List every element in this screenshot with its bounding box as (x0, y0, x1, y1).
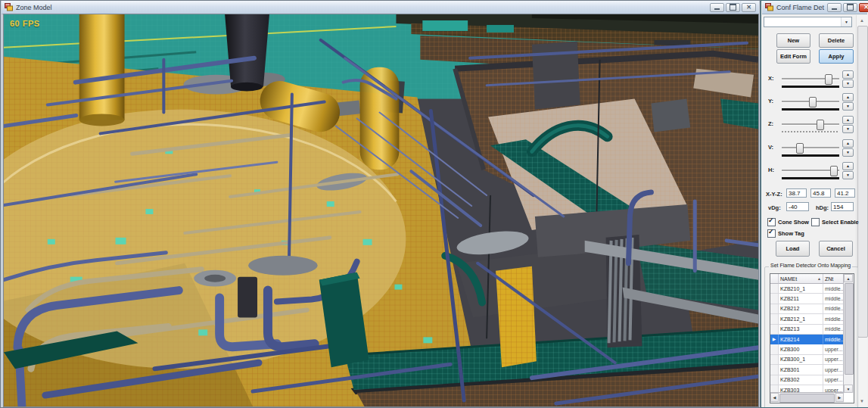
name-cell: KZB300 (779, 344, 823, 354)
conf-close-button[interactable]: ✕ (859, 3, 868, 12)
table-horizontal-scrollbar[interactable]: ◀ ▶ (770, 392, 844, 403)
table-row[interactable]: ▶ KZB302 upper... (770, 375, 844, 385)
3d-viewport[interactable]: 60 FPS (3, 14, 759, 407)
scroll-left-icon[interactable]: ◀ (770, 393, 779, 402)
table-row[interactable]: ▶ KZB301 upper... (770, 365, 844, 375)
zone-maximize-button[interactable] (726, 3, 740, 12)
table-scrollbar-thumb[interactable] (845, 283, 854, 375)
name-column-header[interactable]: NAMEt ▲ (779, 274, 823, 284)
table-row[interactable]: ▶ KZB300_1 upper... (770, 355, 844, 365)
vdg-field[interactable] (786, 202, 809, 211)
table-row[interactable]: ▶ KZB211 middle... (770, 294, 844, 304)
slider-underline (782, 86, 839, 88)
checkbox-icon[interactable]: ✓ (811, 218, 820, 226)
scroll-right-icon[interactable]: ▶ (835, 393, 844, 402)
zone-model-app-icon (5, 3, 13, 11)
slider-row-v: V: ▲ ▼ (761, 143, 868, 164)
spin-up-icon[interactable]: ▲ (842, 70, 854, 79)
y-field[interactable] (810, 188, 831, 198)
row-indicator-cell: ▶ (770, 335, 779, 344)
mapping-group-title: Set Flame Detector Onto Mapping (769, 263, 852, 268)
slider-v[interactable] (782, 143, 839, 152)
row-indicator-cell: ▶ (770, 375, 779, 385)
zone-cell: middle... (823, 335, 844, 344)
slider-label-v: V: (768, 144, 773, 151)
z-field[interactable] (835, 188, 855, 198)
spin-down-icon[interactable]: ▼ (842, 148, 854, 157)
current-row-icon: ▶ (773, 337, 776, 341)
zone-cell: upper... (823, 375, 844, 385)
maximize-icon (847, 4, 854, 11)
hdg-field[interactable] (831, 202, 854, 211)
zone-close-button[interactable]: ✕ (742, 3, 756, 12)
spin-up-icon[interactable]: ▲ (842, 116, 854, 124)
table-row[interactable]: ▶ KZB212 middle... (770, 304, 844, 314)
slider-row-x: X: ▲ ▼ (761, 74, 868, 95)
table-hscrollbar-thumb[interactable] (779, 394, 835, 403)
new-button[interactable]: New (776, 33, 810, 48)
spin-down-icon[interactable]: ▼ (842, 171, 854, 179)
spin-down-icon[interactable]: ▼ (842, 79, 854, 88)
zone-cell: middle... (823, 314, 844, 324)
detector-combobox[interactable]: ▼ (764, 17, 852, 27)
spin-down-icon[interactable]: ▼ (842, 102, 854, 111)
spinner-y: ▲ ▼ (842, 93, 854, 111)
slider-z[interactable] (782, 120, 839, 129)
slider-h[interactable] (782, 166, 839, 175)
select-enable-checkbox[interactable]: ✓ Select Enable (811, 218, 859, 226)
table-row[interactable]: ▶ KZB212_1 middle... (770, 314, 844, 324)
edit-form-button[interactable]: Edit Form (776, 49, 810, 64)
spinner-h: ▲ ▼ (842, 162, 854, 179)
slider-handle[interactable] (809, 97, 817, 107)
zone-column-header[interactable]: ZNt (823, 274, 844, 284)
slider-handle[interactable] (830, 166, 838, 176)
show-tag-label: Show Tag (778, 230, 804, 237)
checkbox-icon[interactable]: ✓ (767, 229, 776, 238)
table-vertical-scrollbar[interactable]: ▲ ▼ (843, 274, 854, 393)
slider-row-h: H: ▲ ▼ (761, 166, 868, 187)
scroll-down-icon[interactable]: ▼ (857, 397, 866, 406)
table-row[interactable]: ▶ KZB210_1 middle... (770, 284, 844, 294)
table-row[interactable]: ▶ KZB300 upper... (770, 344, 844, 354)
name-cell: KZB213 (779, 325, 823, 335)
name-cell: KZB212 (779, 304, 823, 314)
zone-cell: middle... (823, 304, 844, 314)
conf-maximize-button[interactable] (843, 3, 857, 12)
load-button[interactable]: Load (776, 241, 810, 257)
conf-minimize-button[interactable] (827, 3, 842, 12)
chevron-down-icon[interactable]: ▼ (841, 17, 851, 26)
scroll-down-icon[interactable]: ▼ (844, 385, 853, 393)
cone-show-checkbox[interactable]: ✓ Cone Show (767, 218, 809, 226)
slider-handle[interactable] (825, 74, 832, 85)
scroll-up-icon[interactable]: ▲ (844, 274, 853, 282)
cone-show-label: Cone Show (778, 219, 809, 226)
apply-button[interactable]: Apply (819, 49, 854, 64)
spinner-v: ▲ ▼ (842, 139, 854, 157)
slider-x[interactable] (782, 74, 839, 83)
slider-handle[interactable] (796, 143, 804, 154)
name-cell: KZB214 (779, 335, 823, 344)
delete-button[interactable]: Delete (819, 33, 854, 48)
table-row-selected[interactable]: ▶ KZB214 middle... (770, 335, 844, 344)
sort-ascending-icon: ▲ (817, 276, 821, 281)
slider-y[interactable] (782, 97, 839, 106)
spin-down-icon[interactable]: ▼ (842, 125, 854, 133)
table-row[interactable]: ▶ KZB213 middle... (770, 325, 844, 335)
conf-titlebar[interactable]: Conf Flame Det ✕ (762, 1, 867, 14)
slider-handle[interactable] (817, 120, 824, 130)
x-field[interactable] (786, 188, 807, 198)
zone-minimize-button[interactable] (710, 3, 724, 12)
name-cell: KZB211 (779, 294, 823, 304)
row-indicator-cell: ▶ (770, 325, 779, 335)
checkbox-icon[interactable]: ✓ (767, 218, 776, 226)
show-tag-checkbox[interactable]: ✓ Show Tag (767, 229, 804, 238)
scroll-up-icon[interactable]: ▲ (857, 16, 866, 25)
zone-model-titlebar[interactable]: Zone Model ✕ (2, 1, 759, 14)
spin-up-icon[interactable]: ▲ (842, 162, 854, 170)
zone-cell: upper... (823, 344, 844, 354)
spin-up-icon[interactable]: ▲ (842, 93, 854, 101)
spin-up-icon[interactable]: ▲ (842, 139, 854, 148)
check-icon: ✓ (768, 216, 774, 224)
cancel-button[interactable]: Cancel (819, 241, 853, 257)
zone-cell: middle... (823, 294, 844, 304)
